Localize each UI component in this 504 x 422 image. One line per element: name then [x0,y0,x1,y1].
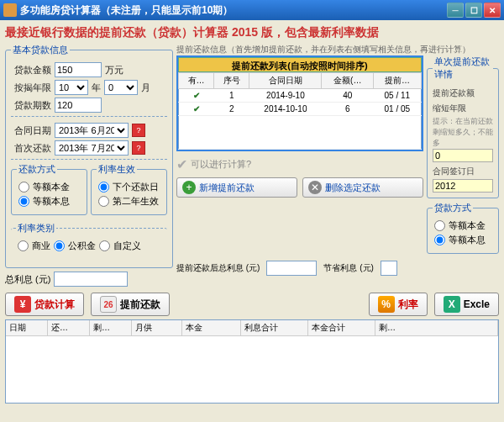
yuan-icon: ¥ [14,296,31,313]
periods-input[interactable] [55,98,102,113]
rate-type-group: 利率类别 商业 公积金 自定义 [11,222,167,259]
close-button[interactable]: ✕ [484,3,501,18]
first-repay-label: 首次还款 [11,142,51,155]
rate-effect-group: 利率生效 下个还款日 第二年生效 [91,163,167,215]
amount-input[interactable] [55,62,102,77]
rate-icon: % [378,296,395,313]
amount-label: 贷款金额 [11,64,51,76]
table-row[interactable]: ✔ 2 2014-10-10 6 01 / 05 [179,103,422,116]
app-icon [3,3,17,17]
basic-legend: 基本贷款信息 [11,44,70,56]
calculate-button[interactable]: ¥ 贷款计算 [5,293,84,316]
verify-check-icon: ✔ [176,156,187,172]
prepay-table-title: 提前还款列表(自动按照时间排序) [178,57,422,72]
table-row[interactable]: ✔ 1 2014-9-10 40 05 / 11 [179,89,422,103]
check-icon: ✔ [179,103,214,116]
first-repay-select[interactable]: 2013年 7月20日 [55,140,129,156]
sign-date-input[interactable] [433,179,493,193]
result-grid[interactable]: 日期 还… 剩… 月供 本金 利息合计 本金合计 剩… [5,319,499,404]
delete-prepay-button[interactable]: ✕ 删除选定还款 [302,177,423,198]
first-repay-action[interactable]: ? [132,141,145,155]
after-interest-output [266,261,317,276]
x-icon: ✕ [308,181,322,194]
calendar-icon: 26 [100,296,117,313]
loan-method-group: 贷款方式 等额本金 等额本息 [427,202,499,254]
headline: 最接近银行数据的提前还款（贷款）计算器 2015 版，包含最新利率数据 [5,22,499,44]
lm-principal-radio[interactable] [434,220,445,231]
periods-label: 贷款期数 [11,99,51,112]
after-interest-label: 提前还款后总利息 (元) [176,262,260,274]
export-excel-button[interactable]: X Excle [434,293,499,316]
prepay-info-text: 提前还款信息（首先增加提前还款，并在列表右侧填写相关信息，再进行计算） [176,44,499,55]
prepay-detail-group: 单次提前还款详情 提前还款额 缩短年限 提示：在当前还款剩缩短多久；不能多 合同… [427,55,499,198]
custom-radio[interactable] [99,240,110,251]
next-day-radio[interactable] [98,182,109,193]
verify-text: 可以进行计算? [191,158,251,171]
contract-date-select[interactable]: 2013年 6月20日 [55,123,129,138]
lm-installment-radio[interactable] [434,235,445,245]
commercial-radio[interactable] [18,240,29,251]
years-select[interactable]: 10 [55,80,88,95]
repay-method-group: 还款方式 等额本金 等额本息 [11,163,87,215]
minimize-button[interactable]: ─ [447,3,464,18]
contract-date-label: 合同日期 [11,124,51,137]
rate-button[interactable]: % 利率 [369,293,428,316]
total-interest-label: 总利息 (元) [5,273,50,286]
prepay-button[interactable]: 26 提前还款 [91,293,170,316]
month-select[interactable]: 0 [104,80,138,95]
window-title: 多功能房贷计算器（未注册，只能显示前10期） [20,3,447,18]
prepay-table[interactable]: 有… 序号 合同日期 金额(… 提前… ✔ 1 2014-9-10 40 [178,72,422,150]
maximize-button[interactable]: ☐ [465,3,482,18]
save-interest-output [381,261,397,276]
equal-installment-radio[interactable] [18,196,29,207]
amount-unit: 万元 [105,64,123,76]
add-prepay-button[interactable]: + 新增提前还款 [176,177,297,198]
fund-radio[interactable] [54,240,65,251]
second-year-radio[interactable] [98,196,109,207]
total-interest-output [54,272,128,287]
save-interest-label: 节省利息 (元) [323,262,373,274]
shorten-input[interactable] [433,149,493,162]
basic-info-group: 基本贷款信息 贷款金额 万元 按揭年限 10 年 0 月 贷款期数 [5,44,173,268]
years-label: 按揭年限 [11,82,51,94]
excel-icon: X [444,296,460,313]
check-icon: ✔ [179,89,214,103]
contract-date-action[interactable]: ? [132,124,145,137]
plus-icon: + [182,181,196,194]
equal-principal-radio[interactable] [18,182,29,193]
